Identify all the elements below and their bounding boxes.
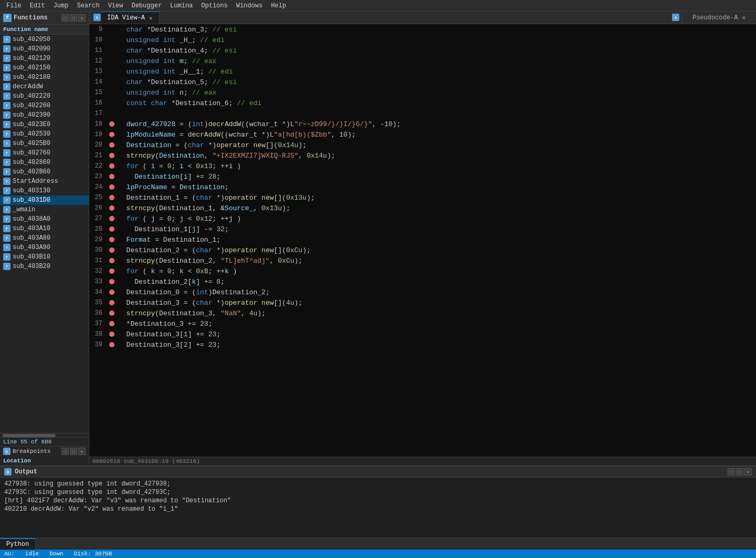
function-item[interactable]: fsub_402120 [0, 54, 89, 63]
code-line[interactable]: 32 for ( k = 0; k < 0xB; ++k ) [89, 266, 756, 276]
output-btn-2[interactable]: □ [736, 468, 743, 476]
breakpoint-indicator[interactable] [108, 174, 116, 179]
breakpoint-indicator[interactable] [108, 268, 116, 274]
function-item[interactable]: fsub_402050 [0, 35, 89, 44]
tab-ida-view[interactable]: IDA View-A ✕ [101, 12, 160, 24]
function-item[interactable]: fsub_402B60 [0, 167, 89, 177]
code-line[interactable]: 14 char *Destination_5; // esi [89, 77, 756, 87]
code-line[interactable]: 24 lpProcName = Destination; [89, 182, 756, 192]
function-item[interactable]: f_wmain [0, 205, 89, 214]
bp-btn-2[interactable]: □ [70, 448, 77, 455]
output-btn-1[interactable]: □ [728, 468, 735, 476]
code-line[interactable]: 12 unsigned int m; // eax [89, 56, 756, 66]
breakpoint-indicator[interactable] [108, 342, 116, 347]
panel-btn-2[interactable]: □ [70, 14, 77, 22]
function-item[interactable]: fsub_403A80 [0, 233, 89, 243]
breakpoint-indicator[interactable] [108, 226, 116, 232]
code-line[interactable]: 15 unsigned int n; // eax [89, 87, 756, 98]
code-line[interactable]: 19 lpModuleName = decrAddW((wchar_t *)L"… [89, 129, 756, 140]
menu-view[interactable]: View [104, 1, 128, 11]
code-line[interactable]: 36 strncpy(Destination_3, "NaN", 4u); [89, 308, 756, 318]
code-line[interactable]: 33 Destination_2[k] += 8; [89, 276, 756, 287]
code-line[interactable]: 39 Destination_3[2] += 23; [89, 339, 756, 350]
code-line[interactable]: 13 unsigned int _H__1; // edi [89, 66, 756, 77]
function-item[interactable]: fsub_402260 [0, 101, 89, 110]
code-line[interactable]: 11 char *Destination_4; // esi [89, 45, 756, 56]
function-item[interactable]: fsub_402090 [0, 44, 89, 54]
function-item[interactable]: fsub_4031D0 [0, 195, 89, 205]
function-item[interactable]: fsub_403B10 [0, 252, 89, 262]
functions-list[interactable]: fsub_402050fsub_402090fsub_402120fsub_40… [0, 35, 89, 433]
bottom-tab-python[interactable]: Python [0, 538, 36, 550]
menu-help[interactable]: Help [267, 1, 290, 11]
code-line[interactable]: 20 Destination = (char *)operator new[](… [89, 140, 756, 150]
breakpoint-indicator[interactable] [108, 184, 116, 190]
code-line[interactable]: 16 const char *Destination_6; // edi [89, 98, 756, 108]
list-scrollbar[interactable] [0, 433, 89, 437]
panel-btn-1[interactable]: □ [61, 14, 69, 22]
bp-close-btn[interactable]: ✕ [78, 448, 86, 455]
code-line[interactable]: 21 strncpy(Destination, "+IX2EXMZI7]WXIQ… [89, 150, 756, 161]
code-line[interactable]: 31 strncpy(Destination_2, "TL]ehT^adj", … [89, 255, 756, 266]
function-item[interactable]: fsub_403A90 [0, 243, 89, 252]
code-line[interactable]: 22 for ( i = 0; i < 0x13; ++i ) [89, 161, 756, 171]
code-line[interactable]: 18 dword_427928 = (int)decrAddW((wchar_t… [89, 119, 756, 129]
breakpoint-indicator[interactable] [108, 195, 116, 200]
breakpoint-indicator[interactable] [108, 121, 116, 127]
function-item[interactable]: fStartAddress [0, 177, 89, 186]
breakpoint-indicator[interactable] [108, 279, 116, 284]
menu-file[interactable]: File [2, 1, 26, 11]
menu-search[interactable]: Search [72, 1, 103, 11]
function-item[interactable]: fsub_402390 [0, 110, 89, 120]
panel-close-btn[interactable]: ✕ [78, 14, 86, 22]
code-line[interactable]: 26 strncpy(Destination_1, &Source_, 0x13… [89, 203, 756, 213]
bp-btn-1[interactable]: □ [61, 448, 69, 455]
code-line[interactable]: 29 Format = Destination_1; [89, 234, 756, 245]
function-item[interactable]: fsub_4038A0 [0, 214, 89, 224]
function-item[interactable]: fsub_402530 [0, 129, 89, 139]
function-item[interactable]: fdecrAddW [0, 82, 89, 91]
code-line[interactable]: 25 Destination_1 = (char *)operator new[… [89, 192, 756, 203]
breakpoint-indicator[interactable] [108, 300, 116, 305]
code-line[interactable]: 38 Destination_3[1] += 23; [89, 329, 756, 339]
code-line[interactable]: 27 for ( j = 0; j < 0x12; ++j ) [89, 213, 756, 224]
breakpoint-indicator[interactable] [108, 153, 116, 158]
menu-options[interactable]: Options [197, 1, 232, 11]
code-view[interactable]: 9 char *Destination_3; // esi10 unsigned… [89, 24, 756, 457]
function-item[interactable]: fsub_403A10 [0, 224, 89, 233]
code-line[interactable]: 30 Destination_2 = (char *)operator new[… [89, 245, 756, 255]
breakpoint-indicator[interactable] [108, 332, 116, 337]
menu-lumina[interactable]: Lumina [166, 1, 197, 11]
function-item[interactable]: fsub_403B20 [0, 262, 89, 271]
function-item[interactable]: fsub_402150 [0, 63, 89, 73]
breakpoint-indicator[interactable] [108, 290, 116, 295]
tab-pseudocode-close[interactable]: ✕ [742, 14, 746, 21]
function-item[interactable]: fsub_403130 [0, 186, 89, 195]
function-item[interactable]: fsub_402180 [0, 73, 89, 82]
code-line[interactable]: 35 Destination_3 = (char *)operator new[… [89, 297, 756, 308]
function-item[interactable]: fsub_4023E0 [0, 120, 89, 129]
breakpoint-indicator[interactable] [108, 163, 116, 169]
code-line[interactable]: 23 Destination[i] += 28; [89, 171, 756, 182]
breakpoint-indicator[interactable] [108, 216, 116, 221]
code-line[interactable]: 10 unsigned int _H_; // edi [89, 35, 756, 45]
breakpoint-indicator[interactable] [108, 247, 116, 253]
code-line[interactable]: 37 *Destination_3 += 23; [89, 318, 756, 329]
tab-ida-close[interactable]: ✕ [149, 15, 153, 22]
function-item[interactable]: fsub_402220 [0, 91, 89, 101]
breakpoint-indicator[interactable] [108, 132, 116, 137]
menu-edit[interactable]: Edit [26, 1, 49, 11]
code-line[interactable]: 17 [89, 108, 756, 119]
breakpoint-indicator[interactable] [108, 237, 116, 242]
code-line[interactable]: 28 Destination_1[j] -= 32; [89, 224, 756, 234]
code-line[interactable]: 34 Destination_0 = (int)Destination_2; [89, 287, 756, 297]
function-item[interactable]: fsub_402860 [0, 158, 89, 167]
breakpoint-indicator[interactable] [108, 321, 116, 326]
output-close-btn[interactable]: ✕ [744, 468, 752, 476]
breakpoint-indicator[interactable] [108, 142, 116, 148]
tab-pseudocode[interactable]: Pseudocode-A ✕ [681, 12, 756, 24]
function-item[interactable]: fsub_402760 [0, 148, 89, 158]
function-item[interactable]: fsub_4025B0 [0, 139, 89, 148]
breakpoint-indicator[interactable] [108, 311, 116, 316]
menu-debugger[interactable]: Debugger [127, 1, 166, 11]
